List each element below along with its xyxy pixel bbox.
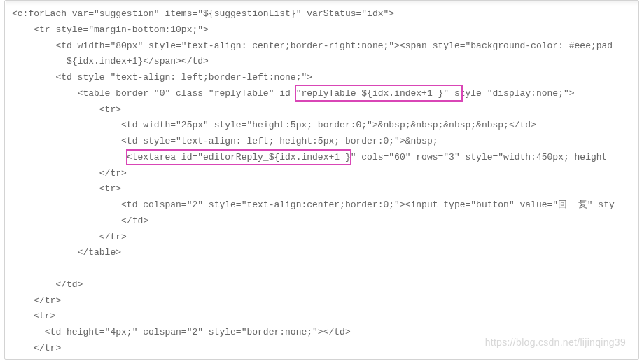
frame-top-shadow: [6, 1, 638, 6]
code-content: <c:forEach var="suggestion" items="${sug…: [5, 6, 638, 360]
code-block-frame: <c:forEach var="suggestion" items="${sug…: [4, 0, 639, 360]
